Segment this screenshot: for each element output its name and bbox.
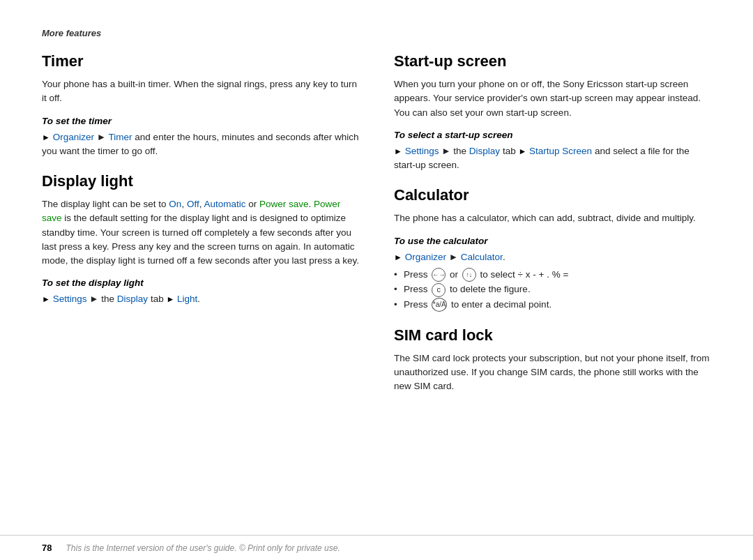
arrow6: ► <box>441 146 453 156</box>
calculator-link: Calculator <box>461 252 503 262</box>
on-text: On <box>169 199 181 209</box>
display-light-sub-body: ► Settings ► the Display tab ► Light. <box>42 292 359 306</box>
startup-screen-title: Start-up screen <box>394 52 711 70</box>
period: . <box>197 294 200 304</box>
arrow9: ► <box>449 252 461 262</box>
display-light-sub-title: To set the display light <box>42 278 359 288</box>
settings-link2: Settings <box>405 146 439 156</box>
display-light-section: Display light The display light can be s… <box>42 172 359 307</box>
display-link2: Display <box>469 146 500 156</box>
tab2: tab <box>500 146 518 156</box>
startup-screen-sub-title: To select a start-up screen <box>394 130 711 140</box>
sim-card-lock-title: SIM card lock <box>394 326 711 345</box>
arrow4: ► <box>166 294 174 304</box>
bullet1-rest: to select ÷ x - + . % = <box>480 269 569 280</box>
calculator-sub-title: To use the calculator <box>394 236 711 246</box>
tab-text: tab <box>148 294 166 304</box>
footer-disclaimer: This is the Internet version of the user… <box>66 543 340 553</box>
timer-subsection-body: ► Organizer ► Timer and enter the hours,… <box>42 130 359 159</box>
calculator-body: The phone has a calculator, which can ad… <box>394 211 711 225</box>
display-light-title: Display light <box>42 172 359 190</box>
calculator-bullets: Press ←→ or ↑↓ to select ÷ x - + . % = P… <box>394 267 711 312</box>
the2: the <box>453 146 469 156</box>
col-right: Start-up screen When you turn your phone… <box>394 52 711 407</box>
timer-arrow2: ► <box>97 132 109 142</box>
page: More features Timer Your phone has a bui… <box>0 0 753 560</box>
or-text2: or <box>450 269 461 280</box>
asterisk-key-icon: *a/A <box>432 298 447 312</box>
calculator-nav-line: ► Organizer ► Calculator. <box>394 250 711 264</box>
display-light-body: The display light can be set to On, Off,… <box>42 197 359 268</box>
arrow-icon2: ► <box>42 294 50 304</box>
comma1: , <box>181 199 187 209</box>
arrow7: ► <box>518 146 526 156</box>
calc-period: . <box>503 252 505 262</box>
sim-card-lock-section: SIM card lock The SIM card lock protects… <box>394 326 711 394</box>
the-text: the <box>101 294 117 304</box>
calculator-section: Calculator The phone has a calculator, w… <box>394 186 711 312</box>
page-content: More features Timer Your phone has a bui… <box>0 0 753 535</box>
c-key-icon: c <box>432 283 446 297</box>
power-save-text: Power save <box>259 199 309 209</box>
startup-screen-body: When you turn your phone on or off, the … <box>394 77 711 120</box>
two-column-layout: Timer Your phone has a built-in timer. W… <box>42 52 711 407</box>
bullet-3: Press *a/A to enter a decimal point. <box>394 297 711 312</box>
timer-section: Timer Your phone has a built-in timer. W… <box>42 52 359 158</box>
off-text: Off <box>187 199 199 209</box>
timer-body: Your phone has a built-in timer. When th… <box>42 77 359 106</box>
calculator-title: Calculator <box>394 186 711 204</box>
arrow-icon8: ► <box>394 252 402 262</box>
display-link: Display <box>117 294 148 304</box>
bullet3-rest: to enter a decimal point. <box>451 299 552 310</box>
press2: Press <box>404 284 428 294</box>
header-section: More features <box>42 28 711 38</box>
left-nav-icon: ←→ <box>432 268 446 282</box>
press1: Press <box>404 269 428 280</box>
bullet-2: Press c to delete the figure. <box>394 282 711 297</box>
startup-screen-sub-body: ► Settings ► the Display tab ► Startup S… <box>394 144 711 173</box>
or-text: or <box>248 199 259 209</box>
up-nav-icon: ↑↓ <box>462 268 476 282</box>
startup-screen-section: Start-up screen When you turn your phone… <box>394 52 711 172</box>
arrow-icon5: ► <box>394 146 402 156</box>
calculator-sub-body: ► Organizer ► Calculator. Press ←→ or ↑↓ <box>394 250 711 312</box>
timer-subsection-title: To set the timer <box>42 116 359 126</box>
sim-card-lock-body: The SIM card lock protects your subscrip… <box>394 351 711 394</box>
body-rest: is the default setting for the display l… <box>42 213 359 266</box>
arrow-icon: ► <box>42 133 50 142</box>
timer-title: Timer <box>42 52 359 70</box>
settings-link: Settings <box>53 294 87 304</box>
display-light-intro: The display light can be set to <box>42 199 169 209</box>
startup-link: Startup Screen <box>529 146 592 156</box>
dot-text: . <box>309 199 314 209</box>
timer-timer-link: Timer <box>109 132 132 142</box>
bullet-1: Press ←→ or ↑↓ to select ÷ x - + . % = <box>394 267 711 282</box>
press3: Press <box>404 299 428 310</box>
organizer-link: Organizer <box>405 252 446 262</box>
timer-organizer-link: Organizer <box>53 132 94 142</box>
bullet2-rest: to delete the figure. <box>450 284 531 294</box>
footer: 78 This is the Internet version of the u… <box>0 535 753 560</box>
header-label: More features <box>42 28 711 38</box>
light-link: Light <box>177 294 197 304</box>
col-left: Timer Your phone has a built-in timer. W… <box>42 52 359 407</box>
page-number: 78 <box>42 543 52 553</box>
arrow3: ► <box>89 294 101 304</box>
automatic-text: Automatic <box>204 199 245 209</box>
